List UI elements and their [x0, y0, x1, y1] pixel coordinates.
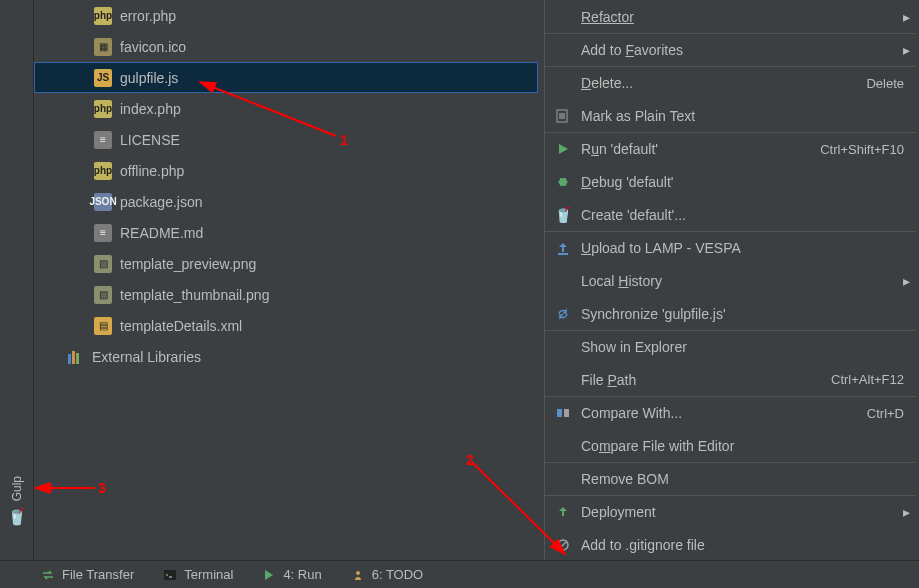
bottom-tool-6--todo[interactable]: 6: TODO: [350, 567, 424, 583]
menu-item-create--default----[interactable]: 🥤Create 'default'...: [545, 198, 916, 231]
menu-item-label: Debug 'default': [581, 174, 904, 190]
blank-icon: [553, 7, 573, 27]
submenu-arrow-icon: ▸: [903, 273, 910, 289]
run-icon: [553, 139, 573, 159]
menu-item-label: Compare File with Editor: [581, 438, 904, 454]
upload-icon: [553, 238, 573, 258]
menu-item-label: Deployment: [581, 504, 904, 520]
svg-rect-10: [164, 570, 176, 580]
tree-item-label: README.md: [120, 225, 203, 241]
blank-icon: [553, 469, 573, 489]
bottom-tool-terminal[interactable]: Terminal: [162, 567, 233, 583]
menu-item-shortcut: Ctrl+Shift+F10: [820, 142, 904, 157]
annotation-3: 3: [98, 480, 106, 496]
menu-item-label: Run 'default': [581, 141, 820, 157]
menu-item-label: Compare With...: [581, 405, 867, 421]
menu-item-label: Remove BOM: [581, 471, 904, 487]
blank-icon: [553, 73, 573, 93]
svg-rect-6: [557, 409, 562, 417]
menu-item-debug--default-[interactable]: Debug 'default': [545, 165, 916, 198]
blank-icon: [553, 271, 573, 291]
blank-icon: [553, 40, 573, 60]
menu-item-synchronize--gulpfile-js-[interactable]: Synchronize 'gulpfile.js': [545, 297, 916, 330]
tree-item-favicon-ico[interactable]: ▦favicon.ico: [34, 31, 538, 62]
tree-item-label: error.php: [120, 8, 176, 24]
blank-icon: [553, 337, 573, 357]
menu-item-add-to--gitignore-file[interactable]: Add to .gitignore file: [545, 528, 916, 561]
plain-icon: [553, 106, 573, 126]
annotation-2: 2: [466, 452, 474, 468]
tree-item-gulpfile-js[interactable]: JSgulpfile.js: [34, 62, 538, 93]
menu-item-label: Synchronize 'gulpfile.js': [581, 306, 904, 322]
library-icon: [66, 348, 84, 366]
menu-item-compare-with---[interactable]: Compare With...Ctrl+D: [545, 396, 916, 429]
gulp-tool-window-button[interactable]: Gulp 🥤: [6, 466, 28, 526]
bottom-tool-label: 6: TODO: [372, 567, 424, 582]
menu-item-file-path[interactable]: File PathCtrl+Alt+F12: [545, 363, 916, 396]
tree-item-readme-md[interactable]: ≡README.md: [34, 217, 538, 248]
external-libraries[interactable]: External Libraries: [34, 341, 538, 372]
menu-item-deployment[interactable]: Deployment▸: [545, 495, 916, 528]
svg-point-12: [356, 571, 360, 575]
menu-item-shortcut: Ctrl+D: [867, 406, 904, 421]
menu-item-label: Delete...: [581, 75, 866, 91]
menu-item-show-in-explorer[interactable]: Show in Explorer: [545, 330, 916, 363]
deploy-icon: [553, 502, 573, 522]
svg-rect-5: [558, 253, 568, 255]
bottom-tool-label: 4: Run: [283, 567, 321, 582]
menu-item-label: Create 'default'...: [581, 207, 904, 223]
bottom-tool-label: Terminal: [184, 567, 233, 582]
menu-item-label: Add to Favorites: [581, 42, 904, 58]
submenu-arrow-icon: ▸: [903, 504, 910, 520]
menu-item-compare-file-with-editor[interactable]: Compare File with Editor: [545, 429, 916, 462]
tree-item-label: package.json: [120, 194, 203, 210]
blank-icon: [553, 436, 573, 456]
menu-item-label: Refactor: [581, 9, 904, 25]
gulp-icon: 🥤: [553, 205, 573, 225]
terminal-icon: [162, 567, 178, 583]
tree-item-license[interactable]: ≡LICENSE: [34, 124, 538, 155]
tree-item-error-php[interactable]: phperror.php: [34, 0, 538, 31]
tree-item-offline-php[interactable]: phpoffline.php: [34, 155, 538, 186]
tree-item-label: LICENSE: [120, 132, 180, 148]
tree-item-template-preview-png[interactable]: ▧template_preview.png: [34, 248, 538, 279]
menu-item-run--default-[interactable]: Run 'default'Ctrl+Shift+F10: [545, 132, 916, 165]
bug-icon: [553, 172, 573, 192]
tree-item-label: favicon.ico: [120, 39, 186, 55]
svg-point-4: [559, 178, 567, 186]
menu-item-shortcut: Ctrl+Alt+F12: [831, 372, 904, 387]
menu-item-refactor[interactable]: Refactor▸: [545, 0, 916, 33]
bottom-toolbar: File TransferTerminal4: Run6: TODO: [0, 560, 919, 588]
external-libraries-label: External Libraries: [92, 349, 201, 365]
project-tree[interactable]: phperror.php▦favicon.icoJSgulpfile.jsphp…: [34, 0, 538, 372]
submenu-arrow-icon: ▸: [903, 42, 910, 58]
transfer-icon: [40, 567, 56, 583]
menu-item-add-to-favorites[interactable]: Add to Favorites▸: [545, 33, 916, 66]
tree-item-template-thumbnail-png[interactable]: ▧template_thumbnail.png: [34, 279, 538, 310]
menu-item-label: File Path: [581, 372, 831, 388]
bottom-tool-file-transfer[interactable]: File Transfer: [40, 567, 134, 583]
menu-item-remove-bom[interactable]: Remove BOM: [545, 462, 916, 495]
bottom-tool-4--run[interactable]: 4: Run: [261, 567, 321, 583]
gulp-icon: 🥤: [7, 507, 27, 526]
tree-item-package-json[interactable]: JSONpackage.json: [34, 186, 538, 217]
menu-item-mark-as-plain-text[interactable]: Mark as Plain Text: [545, 99, 916, 132]
tree-item-templatedetails-xml[interactable]: ▤templateDetails.xml: [34, 310, 538, 341]
context-menu: Refactor▸Add to Favorites▸Delete...Delet…: [544, 0, 916, 588]
tree-item-label: templateDetails.xml: [120, 318, 242, 334]
bottom-tool-label: File Transfer: [62, 567, 134, 582]
todo-icon: [350, 567, 366, 583]
blank-icon: [553, 370, 573, 390]
annotation-1: 1: [340, 132, 348, 148]
tree-item-index-php[interactable]: phpindex.php: [34, 93, 538, 124]
tree-item-label: index.php: [120, 101, 181, 117]
tree-item-label: template_thumbnail.png: [120, 287, 269, 303]
compare-icon: [553, 403, 573, 423]
menu-item-local-history[interactable]: Local History▸: [545, 264, 916, 297]
run-icon: [261, 567, 277, 583]
svg-rect-2: [76, 353, 79, 364]
menu-item-upload-to-lamp---vespa[interactable]: Upload to LAMP - VESPA: [545, 231, 916, 264]
gitignore-icon: [553, 535, 573, 555]
menu-item-delete---[interactable]: Delete...Delete: [545, 66, 916, 99]
menu-item-label: Add to .gitignore file: [581, 537, 904, 553]
